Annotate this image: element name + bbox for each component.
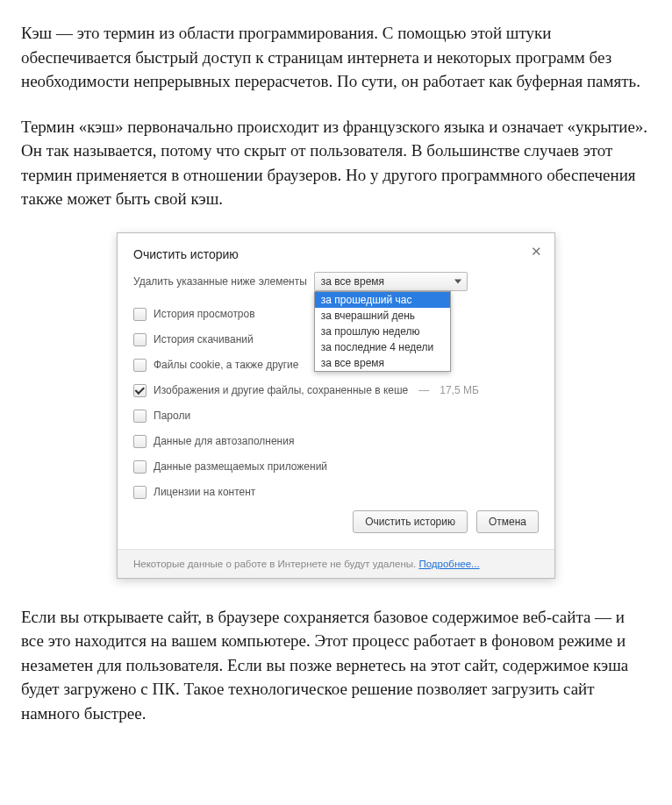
checkbox-label: Данные размещаемых приложений <box>154 460 327 473</box>
checkbox[interactable] <box>133 384 147 397</box>
time-range-option[interactable]: за прошедший час <box>315 292 450 308</box>
checkbox-label: Файлы cookie, а также другие <box>154 359 298 371</box>
checkbox[interactable] <box>133 435 147 448</box>
checkbox[interactable] <box>133 410 147 423</box>
separator: — <box>418 384 429 396</box>
checkbox[interactable] <box>133 460 147 474</box>
clear-history-dialog: ✕ Очистить историю Удалить указанные ниж… <box>117 232 555 579</box>
checkbox-label: История просмотров <box>154 308 255 320</box>
footer-text: Некоторые данные о работе в Интернете не… <box>133 559 418 569</box>
time-range-option[interactable]: за вчерашний день <box>315 308 450 324</box>
time-range-value: за все время <box>321 275 384 288</box>
article-paragraph-2: Термин «кэш» первоначально происходит из… <box>21 115 651 211</box>
checkbox-label: История скачиваний <box>154 333 254 346</box>
list-item: Лицензии на контент <box>133 480 539 505</box>
checkbox-label: Изображения и другие файлы, сохраненные … <box>154 384 408 396</box>
time-range-option[interactable]: за последние 4 недели <box>315 339 450 355</box>
time-range-option[interactable]: за все время <box>315 355 450 371</box>
clear-history-button[interactable]: Очистить историю <box>353 510 468 533</box>
learn-more-link[interactable]: Подробнее... <box>418 559 479 569</box>
checkbox[interactable] <box>133 333 147 346</box>
article-paragraph-1: Кэш — это термин из области программиров… <box>21 21 651 94</box>
checkbox-label: Лицензии на контент <box>154 486 255 498</box>
checkbox-label: Пароли <box>154 410 190 422</box>
list-item: Данные размещаемых приложений <box>133 454 539 480</box>
checkbox[interactable] <box>133 308 147 321</box>
checkbox[interactable] <box>133 359 147 372</box>
list-item: Изображения и другие файлы, сохраненные … <box>133 378 539 403</box>
dialog-title: Очистить историю <box>118 233 554 268</box>
time-range-option[interactable]: за прошлую неделю <box>315 324 450 339</box>
time-range-dropdown: за прошедший час за вчерашний день за пр… <box>314 291 451 372</box>
list-item: Данные для автозаполнения <box>133 429 539 454</box>
delete-prompt-label: Удалить указанные ниже элементы <box>133 275 307 288</box>
cache-size: 17,5 МБ <box>440 384 479 396</box>
list-item: Пароли <box>133 403 539 429</box>
checkbox[interactable] <box>133 486 147 499</box>
close-icon[interactable]: ✕ <box>531 244 542 260</box>
article-paragraph-3: Если вы открываете сайт, в браузере сохр… <box>21 605 651 726</box>
cancel-button[interactable]: Отмена <box>476 510 539 533</box>
checkbox-label: Данные для автозаполнения <box>154 435 294 447</box>
dialog-footer: Некоторые данные о работе в Интернете не… <box>118 549 554 578</box>
chevron-down-icon <box>454 279 461 283</box>
time-range-select[interactable]: за все время за прошедший час за вчерашн… <box>314 272 468 291</box>
